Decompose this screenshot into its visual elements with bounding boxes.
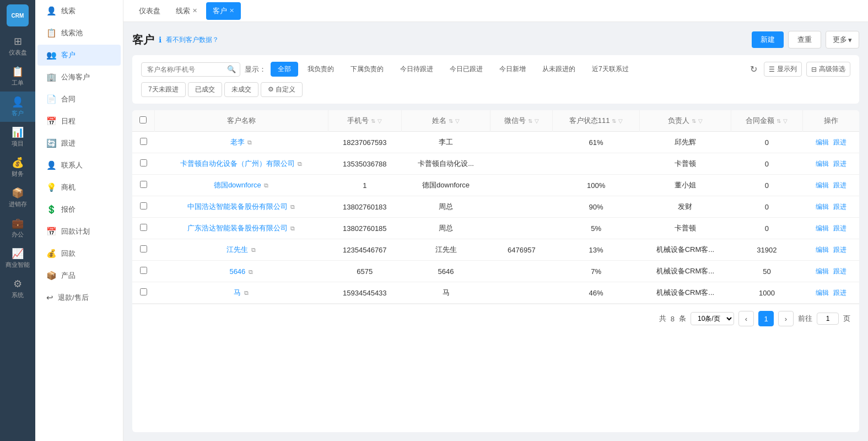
sidebar-item-refund[interactable]: ↩ 退款/售后 [37, 287, 121, 308]
select-all-checkbox[interactable] [139, 116, 147, 123]
copy-icon-4[interactable]: ⧉ [290, 203, 295, 210]
phone-filter-icon[interactable]: ▽ [378, 118, 382, 124]
sidebar-item-contract[interactable]: 📄 合同 [37, 89, 121, 110]
tab-leads[interactable]: 线索 ✕ [169, 2, 204, 20]
row-checkbox-6[interactable] [140, 245, 147, 252]
followup-link-7[interactable]: 跟进 [833, 267, 847, 276]
row-checkbox-3[interactable] [140, 181, 147, 188]
more-button[interactable]: 更多 ▾ [826, 31, 859, 49]
nav-item-office[interactable]: 💼 办公 [0, 213, 35, 243]
followup-link-8[interactable]: 跟进 [833, 288, 847, 298]
nav-item-system[interactable]: ⚙ 系统 [0, 273, 35, 304]
filter-tab-custom[interactable]: ⚙ 自定义 [261, 82, 303, 97]
next-page-btn[interactable]: › [778, 311, 794, 326]
nav-item-inventory[interactable]: 📦 进销存 [0, 182, 35, 213]
filter-tab-today-new[interactable]: 今日新增 [492, 62, 533, 77]
filter-tab-sub[interactable]: 下属负责的 [343, 62, 391, 77]
search-icon[interactable]: 🔍 [227, 65, 236, 73]
filter-tab-never[interactable]: 从未跟进的 [535, 62, 583, 77]
row-checkbox-4[interactable] [140, 202, 147, 209]
edit-link-7[interactable]: 编辑 [816, 267, 829, 276]
filter-tab-7day[interactable]: 7天未跟进 [141, 82, 186, 97]
row-checkbox-8[interactable] [140, 288, 147, 295]
new-button[interactable]: 新建 [752, 31, 784, 48]
filter-tab-today-pending[interactable]: 今日待跟进 [393, 62, 440, 77]
phone-sort-icon[interactable]: ⇅ [371, 118, 375, 124]
filter-tab-closed[interactable]: 已成交 [188, 82, 222, 97]
page-jump-input[interactable] [817, 313, 839, 325]
row-checkbox-1[interactable] [140, 138, 147, 145]
customer-name-link-6[interactable]: 江先生 [227, 245, 248, 254]
tab-close-customer[interactable]: ✕ [229, 7, 234, 14]
advanced-filter-button[interactable]: ⊟ 高级筛选 [806, 62, 850, 77]
copy-icon-8[interactable]: ⧉ [244, 289, 249, 296]
name-sort-icon[interactable]: ⇅ [449, 118, 453, 124]
page-hint[interactable]: 看不到客户数据？ [166, 35, 219, 45]
sidebar-item-payment[interactable]: 💰 回款 [37, 243, 121, 264]
sidebar-item-schedule[interactable]: 📅 日程 [37, 111, 121, 132]
reset-button[interactable]: 查重 [788, 31, 821, 49]
copy-icon-3[interactable]: ⧉ [264, 182, 268, 189]
followup-link-3[interactable]: 跟进 [833, 181, 847, 190]
nav-item-bi[interactable]: 📈 商业智能 [0, 243, 35, 273]
search-input[interactable] [141, 62, 240, 77]
wechat-filter-icon[interactable]: ▽ [535, 118, 539, 124]
customer-name-link-4[interactable]: 中国浩达智能装备股份有限公司 [187, 202, 288, 211]
copy-icon-1[interactable]: ⧉ [247, 139, 252, 146]
nav-item-finance[interactable]: 💰 财务 [0, 152, 35, 182]
followup-link-4[interactable]: 跟进 [833, 202, 847, 212]
row-checkbox-2[interactable] [140, 159, 147, 166]
sidebar-item-contact[interactable]: 👤 联系人 [37, 155, 121, 176]
copy-icon-7[interactable]: ⧉ [249, 268, 253, 275]
page-size-select[interactable]: 10条/页 20条/页 50条/页 [691, 312, 734, 325]
customer-name-link-7[interactable]: 5646 [229, 267, 245, 276]
wechat-sort-icon[interactable]: ⇅ [528, 118, 532, 124]
followup-link-5[interactable]: 跟进 [833, 224, 847, 233]
copy-icon-5[interactable]: ⧉ [290, 225, 295, 232]
nav-item-project[interactable]: 📊 项目 [0, 122, 35, 152]
filter-tab-not-closed[interactable]: 未成交 [224, 82, 258, 97]
sidebar-item-leads-pool[interactable]: 📋 线索池 [37, 23, 121, 44]
name-filter-icon[interactable]: ▽ [455, 118, 460, 124]
customer-name-link-3[interactable]: 德国downforce [214, 181, 261, 189]
filter-tab-all[interactable]: 全部 [271, 62, 298, 77]
customer-name-link-1[interactable]: 老李 [230, 138, 245, 146]
edit-link-3[interactable]: 编辑 [816, 181, 829, 190]
customer-name-link-2[interactable]: 卡普顿自动化设备（广州）有限公司 [180, 159, 295, 168]
nav-item-customer[interactable]: 👤 客户 [0, 92, 35, 122]
col-button[interactable]: ☰ 显示列 [764, 62, 802, 77]
copy-icon-6[interactable]: ⧉ [251, 246, 256, 253]
status-sort-icon[interactable]: ⇅ [612, 118, 616, 124]
edit-link-5[interactable]: 编辑 [816, 224, 829, 233]
nav-item-order[interactable]: 📋 工单 [0, 61, 35, 92]
sidebar-item-followup[interactable]: 🔄 跟进 [37, 133, 121, 154]
sidebar-item-opportunity[interactable]: 💡 商机 [37, 177, 121, 198]
nav-item-dashboard[interactable]: ⊞ 仪表盘 [0, 31, 35, 61]
edit-link-6[interactable]: 编辑 [816, 245, 829, 255]
tab-dashboard[interactable]: 仪表盘 [132, 2, 167, 20]
prev-page-btn[interactable]: ‹ [738, 311, 754, 326]
sidebar-item-payment-plan[interactable]: 📅 回款计划 [37, 221, 121, 242]
owner-sort-icon[interactable]: ⇅ [692, 118, 696, 124]
sidebar-item-customer[interactable]: 👥 客户 [37, 45, 121, 66]
edit-link-8[interactable]: 编辑 [816, 288, 829, 298]
edit-link-4[interactable]: 编辑 [816, 202, 829, 212]
followup-link-6[interactable]: 跟进 [833, 245, 847, 255]
customer-name-link-5[interactable]: 广东浩达智能装备股份有限公司 [187, 224, 288, 232]
copy-icon-2[interactable]: ⧉ [298, 160, 302, 167]
tab-close-leads[interactable]: ✕ [192, 7, 197, 14]
row-checkbox-7[interactable] [140, 267, 147, 274]
row-checkbox-5[interactable] [140, 224, 147, 231]
customer-name-link-8[interactable]: 马 [234, 288, 241, 297]
amount-sort-icon[interactable]: ⇅ [777, 118, 781, 124]
amount-filter-icon[interactable]: ▽ [783, 118, 788, 124]
sidebar-item-public-customer[interactable]: 🏢 公海客户 [37, 67, 121, 88]
followup-link-2[interactable]: 跟进 [833, 159, 847, 169]
owner-filter-icon[interactable]: ▽ [698, 118, 703, 124]
sidebar-item-quote[interactable]: 💲 报价 [37, 199, 121, 220]
refresh-icon[interactable]: ↻ [748, 62, 759, 77]
filter-tab-mine[interactable]: 我负责的 [300, 62, 341, 77]
sidebar-item-product[interactable]: 📦 产品 [37, 265, 121, 286]
filter-tab-week-contact[interactable]: 近7天联系过 [585, 62, 636, 77]
filter-tab-today-done[interactable]: 今日已跟进 [443, 62, 490, 77]
